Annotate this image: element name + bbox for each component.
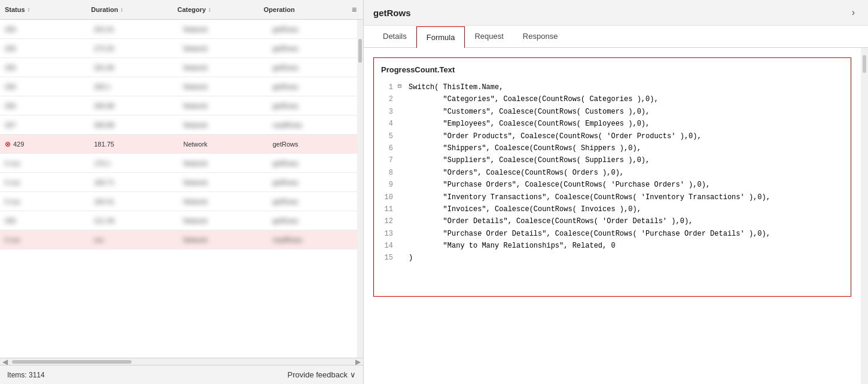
code-text: "Employees", Coalesce(CountRows( Employe… xyxy=(409,118,650,130)
left-panel: Status ↕ Duration ↕ Category ↕ Operation… xyxy=(0,0,364,384)
right-vertical-scrollbar[interactable] xyxy=(861,48,868,384)
col-category-label: Category xyxy=(178,6,206,13)
sort-icon-status: ↕ xyxy=(28,7,31,13)
cell-category: Network xyxy=(179,198,268,205)
col-operation[interactable]: Operation xyxy=(259,6,345,13)
table-content: 200 201.61 Network getRows 200 273.25 Ne… xyxy=(0,20,357,358)
collapse-spacer xyxy=(398,228,406,238)
table-row[interactable]: 200 211.49 Network getRows xyxy=(0,211,357,230)
code-line-7: 7 "Suppliers", Coalesce(CountRows( Suppl… xyxy=(381,154,843,166)
table-row[interactable]: 200 200.1 Network getRows xyxy=(0,77,357,96)
code-line-9: 9 "Purchase Orders", Coalesce(CountRows(… xyxy=(381,179,843,191)
cell-duration: 201.61 xyxy=(89,26,178,33)
code-text: "Customers", Coalesce(CountRows( Custome… xyxy=(409,106,650,118)
menu-icon[interactable]: ≡ xyxy=(345,5,363,14)
cell-category: Network xyxy=(179,83,268,90)
cell-status: 207 xyxy=(0,121,89,129)
tab-request[interactable]: Request xyxy=(465,26,513,48)
code-line-5: 5 "Order Products", Coalesce(CountRows( … xyxy=(381,130,843,142)
sort-icon-duration: ↕ xyxy=(120,7,123,13)
scroll-right-btn[interactable]: ▶ xyxy=(355,358,361,366)
right-scroll-thumb xyxy=(863,55,866,73)
table-row-selected[interactable]: ⊗ 429 181.75 Network getRows xyxy=(0,135,357,154)
line-num: 4 xyxy=(381,118,398,130)
cell-duration: 273.25 xyxy=(89,45,178,52)
code-text: "Invoices", Coalesce(CountRows( Invoices… xyxy=(409,203,641,215)
horizontal-scrollbar[interactable]: ◀ ▶ xyxy=(0,358,363,365)
cell-status: 0 xxx xyxy=(0,198,89,205)
code-text: "Shippers", Coalesce(CountRows( Shippers… xyxy=(409,142,641,154)
collapse-spacer xyxy=(398,167,406,177)
cell-status: 200 xyxy=(0,83,89,90)
cell-category: Network xyxy=(179,217,268,224)
line-num: 2 xyxy=(381,93,398,105)
code-line-4: 4 "Employees", Coalesce(CountRows( Emplo… xyxy=(381,118,843,130)
tab-response[interactable]: Response xyxy=(513,26,568,48)
tabs-bar: Details Formula Request Response xyxy=(364,26,868,48)
scroll-left-btn[interactable]: ◀ xyxy=(2,358,8,366)
cell-operation: getRows xyxy=(268,217,357,224)
col-status-label: Status xyxy=(5,6,25,13)
cell-category: Network xyxy=(179,160,268,167)
table-row[interactable]: 207 300.88 Network readRows xyxy=(0,115,357,135)
formula-box: ProgressCount.Text 1 ⊟ Switch( ThisItem.… xyxy=(373,57,851,297)
code-line-10: 10 "Inventory Transactions", Coalesce(Co… xyxy=(381,191,843,203)
line-num: 5 xyxy=(381,130,398,142)
line-num: 14 xyxy=(381,240,398,252)
collapse-spacer xyxy=(398,130,406,141)
code-text: "Purchase Order Details", Coalesce(Count… xyxy=(409,228,770,240)
col-category[interactable]: Category ↕ xyxy=(173,6,259,13)
vertical-scrollbar[interactable] xyxy=(357,20,363,358)
col-duration[interactable]: Duration ↕ xyxy=(86,6,172,13)
feedback-button[interactable]: Provide feedback ∨ xyxy=(288,370,356,379)
table-area: 200 201.61 Network getRows 200 273.25 Ne… xyxy=(0,20,363,358)
table-row[interactable]: 200 201.61 Network getRows xyxy=(0,20,357,39)
code-line-12: 12 "Order Details", Coalesce(CountRows( … xyxy=(381,215,843,227)
line-num: 9 xyxy=(381,179,398,191)
line-num: 3 xyxy=(381,106,398,118)
scroll-thumb xyxy=(358,39,362,63)
cell-operation: getRows xyxy=(268,179,357,186)
table-row[interactable]: 0 xxx xxx Network readRows xyxy=(0,230,357,249)
col-operation-label: Operation xyxy=(264,6,295,13)
code-block: 1 ⊟ Switch( ThisItem.Name, 2 "Categories… xyxy=(381,81,843,264)
cell-category: Network xyxy=(179,45,268,52)
col-status[interactable]: Status ↕ xyxy=(0,6,86,13)
cell-status-error: ⊗ 429 xyxy=(0,140,89,148)
cell-status: 200 xyxy=(0,102,89,109)
cell-category: Network xyxy=(179,141,268,148)
cell-operation: getRows xyxy=(268,45,357,52)
collapse-spacer xyxy=(398,179,406,189)
code-line-2: 2 "Categories", Coalesce(CountRows( Cate… xyxy=(381,93,843,105)
table-header: Status ↕ Duration ↕ Category ↕ Operation… xyxy=(0,0,363,20)
table-row[interactable]: 200 201.66 Network getRows xyxy=(0,58,357,77)
collapse-spacer xyxy=(398,118,406,128)
close-panel-button[interactable]: › xyxy=(848,6,858,19)
table-row[interactable]: 0 xxx 166.71 Network getRows xyxy=(0,173,357,192)
table-row[interactable]: 0 xxx 164.41 Network getRows xyxy=(0,192,357,211)
table-row[interactable]: 0 xxx 176.1 Network getRows xyxy=(0,154,357,173)
cell-status: 200 xyxy=(0,64,89,71)
code-text: ) xyxy=(409,252,413,264)
error-icon: ⊗ xyxy=(5,140,11,148)
code-text: "Purchase Orders", Coalesce(CountRows( '… xyxy=(409,179,710,191)
line-num: 7 xyxy=(381,154,398,166)
right-panel: getRows › Details Formula Request Respon… xyxy=(364,0,868,384)
cell-operation: readRows xyxy=(268,121,357,129)
tab-details[interactable]: Details xyxy=(373,26,416,48)
table-row[interactable]: 200 273.25 Network getRows xyxy=(0,39,357,58)
line-num: 10 xyxy=(381,191,398,203)
tab-formula[interactable]: Formula xyxy=(416,26,465,48)
table-body[interactable]: 200 201.61 Network getRows 200 273.25 Ne… xyxy=(0,20,357,358)
collapse-spacer xyxy=(398,154,406,164)
collapse-icon[interactable]: ⊟ xyxy=(398,81,406,92)
code-text: "Order Products", Coalesce(CountRows( 'O… xyxy=(409,130,702,142)
collapse-spacer xyxy=(398,215,406,225)
sort-icon-category: ↕ xyxy=(208,7,211,13)
cell-duration: xxx xyxy=(89,236,178,243)
cell-category: Network xyxy=(179,26,268,33)
code-text: "Orders", Coalesce(CountRows( Orders ),0… xyxy=(409,167,624,179)
table-row[interactable]: 200 200.98 Network getRows xyxy=(0,96,357,115)
line-num: 12 xyxy=(381,215,398,227)
collapse-spacer xyxy=(398,106,406,116)
